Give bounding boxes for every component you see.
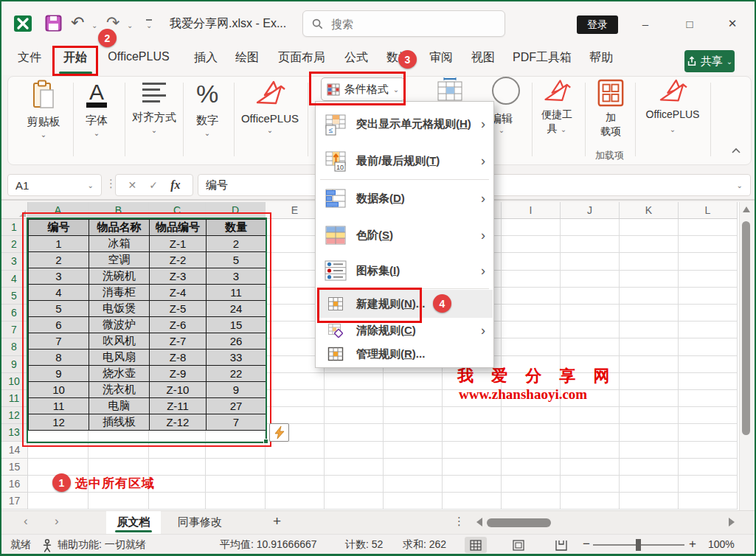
count-value[interactable]: 计数: 52	[345, 538, 383, 552]
tab-OfficePLUS[interactable]: OfficePLUS	[108, 50, 169, 63]
row-header-15[interactable]: 15	[1, 459, 28, 476]
cell[interactable]: 1	[29, 236, 89, 252]
cell[interactable]: 2	[29, 252, 89, 268]
cell[interactable]: 5	[29, 301, 89, 317]
row-header-8[interactable]: 8	[1, 338, 28, 355]
zoom-slider-thumb[interactable]	[636, 539, 641, 551]
officeplus-right-button[interactable]: OfficePLUS⌄	[639, 78, 707, 136]
tab-页面布局[interactable]: 页面布局	[278, 50, 325, 66]
scroll-right-arrow-icon[interactable]	[729, 518, 735, 527]
tab-文件[interactable]: 文件	[18, 50, 41, 66]
cell[interactable]: 烧水壶	[89, 366, 150, 382]
save-icon[interactable]	[45, 15, 62, 32]
accessibility-status[interactable]: 辅助功能: 一切就绪	[58, 538, 146, 552]
search-input[interactable]	[330, 17, 477, 31]
cell[interactable]: 7	[207, 414, 266, 431]
row-header-11[interactable]: 11	[1, 390, 28, 407]
row-header-14[interactable]: 14	[1, 442, 28, 459]
row-header-3[interactable]: 3	[1, 253, 28, 270]
cell[interactable]: 冰箱	[89, 236, 150, 252]
column-header-K[interactable]: K	[620, 202, 679, 219]
cell[interactable]: Z-9	[150, 366, 207, 382]
undo-icon[interactable]: ↶	[71, 13, 84, 32]
close-button[interactable]: ✕	[721, 13, 743, 34]
cell[interactable]: 11	[29, 398, 89, 414]
cell[interactable]: 6	[29, 317, 89, 333]
cell[interactable]: 33	[207, 350, 266, 366]
column-header-C[interactable]: C	[149, 202, 206, 219]
tab-视图[interactable]: 视图	[471, 50, 495, 66]
tab-绘图[interactable]: 绘图	[235, 50, 259, 66]
tab-帮助[interactable]: 帮助	[589, 50, 613, 66]
cell[interactable]: 10	[29, 382, 89, 398]
sheetbar-more-icon[interactable]: ⋮	[454, 515, 465, 528]
tab-PDF工具箱[interactable]: PDF工具箱	[513, 50, 572, 66]
customize-toolbar-chevron-icon[interactable]: ⌄	[146, 19, 152, 29]
share-button[interactable]: 共享 ⌄	[684, 50, 735, 72]
cell[interactable]: Z-5	[150, 301, 207, 317]
cell[interactable]: 2	[207, 236, 266, 252]
cell[interactable]: 4	[29, 285, 89, 301]
row-header-2[interactable]: 2	[1, 236, 28, 253]
cell[interactable]: 7	[29, 333, 89, 350]
row-header-4[interactable]: 4	[1, 271, 28, 288]
column-header-D[interactable]: D	[206, 202, 266, 219]
cell[interactable]: Z-6	[150, 317, 207, 333]
column-header-I[interactable]: I	[502, 202, 561, 219]
ribbon-group-OfficePLUS[interactable]: OfficePLUS⌄	[237, 80, 303, 134]
scroll-left-arrow-icon[interactable]	[476, 518, 482, 527]
cell[interactable]: 11	[207, 285, 266, 301]
header-cell[interactable]: 物品名称	[89, 220, 150, 236]
cell[interactable]: 消毒柜	[89, 285, 150, 301]
format-as-table-icon[interactable]	[436, 77, 464, 101]
cell[interactable]: Z-2	[150, 252, 207, 268]
cell[interactable]: 5	[207, 252, 266, 268]
menu-item-图标集[interactable]: 图标集(I)›	[316, 254, 493, 288]
cell[interactable]: 9	[207, 382, 266, 398]
cell[interactable]: 插线板	[89, 414, 150, 431]
column-header-J[interactable]: J	[561, 202, 620, 219]
page-break-view-icon[interactable]	[550, 537, 572, 553]
undo-dropdown-chevron-icon[interactable]: ⌄	[91, 21, 97, 29]
row-header-6[interactable]: 6	[1, 305, 28, 322]
normal-view-icon[interactable]	[465, 537, 487, 553]
quick-tools-button[interactable]: 便捷工具 ⌄	[535, 78, 579, 136]
redo-dropdown-chevron-icon[interactable]: ⌄	[127, 21, 133, 29]
cell[interactable]: 15	[207, 317, 266, 333]
cell[interactable]: 12	[29, 414, 89, 431]
cell[interactable]: 微波炉	[89, 317, 150, 333]
cell[interactable]: Z-3	[150, 268, 207, 285]
cell[interactable]: 洗衣机	[89, 382, 150, 398]
cell[interactable]: 22	[207, 366, 266, 382]
cancel-formula-icon[interactable]: ✕	[128, 179, 137, 191]
sheet-tab-同事修改[interactable]: 同事修改	[165, 511, 235, 534]
enter-formula-icon[interactable]: ✓	[149, 179, 158, 191]
menu-item-突出显示单元格规则[interactable]: ≤突出显示单元格规则(H)›	[316, 105, 493, 143]
row-header-10[interactable]: 10	[1, 373, 28, 390]
menu-item-管理规则[interactable]: 管理规则(R)...	[316, 342, 493, 366]
new-sheet-button[interactable]: +	[273, 513, 281, 529]
addins-button[interactable]: 加载项	[592, 78, 629, 139]
sum-value[interactable]: 求和: 262	[403, 538, 446, 552]
cell[interactable]: 24	[207, 301, 266, 317]
page-layout-view-icon[interactable]	[507, 537, 530, 553]
login-button[interactable]: 登录	[577, 15, 618, 34]
cell[interactable]: 3	[207, 268, 266, 285]
cell[interactable]: 洗碗机	[89, 268, 150, 285]
row-header-13[interactable]: 13	[1, 424, 28, 441]
minimize-button[interactable]: –	[634, 13, 656, 34]
row-header-17[interactable]: 17	[1, 493, 28, 510]
row-header-5[interactable]: 5	[1, 288, 28, 305]
menu-item-新建规则[interactable]: 新建规则(N)...	[316, 290, 493, 318]
cell[interactable]: 26	[207, 333, 266, 350]
tab-插入[interactable]: 插入	[194, 50, 218, 66]
conditional-formatting-button[interactable]: 条件格式 ⌄	[321, 77, 405, 101]
cell[interactable]: Z-11	[150, 398, 207, 414]
quick-analysis-button[interactable]	[269, 423, 289, 442]
cell[interactable]: 3	[29, 268, 89, 285]
zoom-out-button[interactable]: −	[583, 537, 590, 552]
header-cell[interactable]: 编号	[29, 220, 89, 236]
cell[interactable]: Z-1	[150, 236, 207, 252]
cell[interactable]: 9	[29, 366, 89, 382]
cell[interactable]: 电饭煲	[89, 301, 150, 317]
